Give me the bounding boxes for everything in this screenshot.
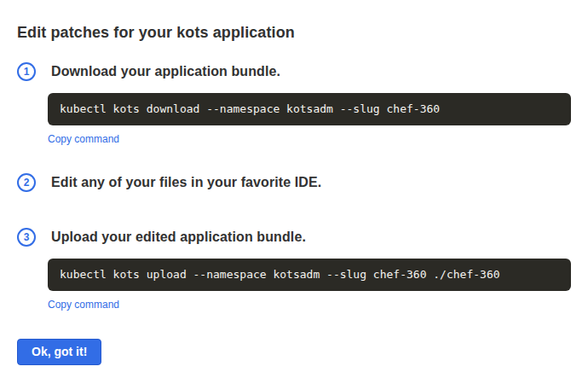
step-title: Edit any of your files in your favorite … bbox=[51, 175, 321, 190]
step-number-badge: 3 bbox=[17, 228, 36, 247]
step-body: kubectl kots download --namespace kotsad… bbox=[48, 93, 571, 146]
copy-upload-command-link[interactable]: Copy command bbox=[48, 299, 119, 311]
copy-download-command-link[interactable]: Copy command bbox=[48, 133, 119, 145]
step-header: 1 Download your application bundle. bbox=[17, 62, 571, 81]
ok-got-it-button[interactable]: Ok, got it! bbox=[17, 339, 101, 365]
page-title: Edit patches for your kots application bbox=[17, 24, 571, 42]
step-download: 1 Download your application bundle. kube… bbox=[17, 62, 571, 146]
step-number-badge: 1 bbox=[17, 62, 36, 81]
step-body: kubectl kots upload --namespace kotsadm … bbox=[48, 259, 571, 311]
download-command-snippet: kubectl kots download --namespace kotsad… bbox=[48, 93, 571, 125]
step-title: Upload your edited application bundle. bbox=[51, 230, 306, 245]
upload-command-snippet: kubectl kots upload --namespace kotsadm … bbox=[48, 259, 571, 291]
step-upload: 3 Upload your edited application bundle.… bbox=[17, 228, 571, 311]
step-edit: 2 Edit any of your files in your favorit… bbox=[17, 173, 571, 192]
step-header: 2 Edit any of your files in your favorit… bbox=[17, 173, 571, 192]
step-title: Download your application bundle. bbox=[51, 64, 280, 79]
step-header: 3 Upload your edited application bundle. bbox=[17, 228, 571, 247]
step-number-badge: 2 bbox=[17, 173, 36, 192]
edit-patches-panel: Edit patches for your kots application 1… bbox=[0, 0, 588, 378]
